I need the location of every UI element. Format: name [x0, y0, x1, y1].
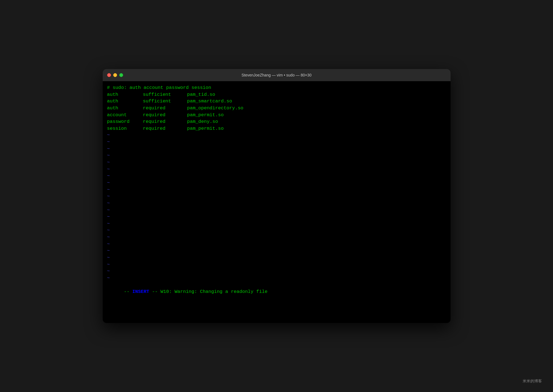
- tilde-line: ~: [107, 248, 446, 255]
- config-line: passwordrequiredpam_deny.so: [107, 118, 446, 125]
- config-line: authsufficientpam_tid.so: [107, 91, 446, 98]
- tilde-line: ~: [107, 241, 446, 248]
- close-button[interactable]: [107, 73, 111, 77]
- tilde-line: ~: [107, 132, 446, 139]
- tilde-line: ~: [107, 173, 446, 180]
- watermark: 米米的博客: [523, 379, 542, 384]
- tilde-line: ~: [107, 193, 446, 200]
- tilde-line: ~: [107, 255, 446, 261]
- tilde-line: ~: [107, 227, 446, 234]
- maximize-button[interactable]: [119, 73, 123, 77]
- config-line: sessionrequiredpam_permit.so: [107, 125, 446, 132]
- tilde-line: ~: [107, 200, 446, 207]
- tilde-line: ~: [107, 187, 446, 194]
- terminal-content[interactable]: # sudo: auth account password session au…: [103, 81, 451, 323]
- window-title: StevenJoeZhang — vim • sudo — 80×30: [242, 73, 312, 77]
- status-insert: INSERT: [132, 289, 149, 294]
- config-line: accountrequiredpam_permit.so: [107, 112, 446, 119]
- tilde-line: ~: [107, 268, 446, 275]
- tilde-line: ~: [107, 146, 446, 153]
- tilde-line: ~: [107, 166, 446, 173]
- config-line: authsufficientpam_smartcard.so: [107, 98, 446, 105]
- terminal-window: StevenJoeZhang — vim • sudo — 80×30 # su…: [103, 69, 451, 323]
- tilde-line: ~: [107, 214, 446, 221]
- tilde-line: ~: [107, 152, 446, 159]
- tilde-line: ~: [107, 221, 446, 227]
- tilde-line: ~: [107, 207, 446, 214]
- comment-line: # sudo: auth account password session: [107, 84, 446, 91]
- tilde-line: ~: [107, 180, 446, 187]
- status-suffix: -- W10: Warning: Changing a readonly fil…: [149, 289, 268, 294]
- tilde-lines: ~~~~~~~~~~~~~~~~~~~~~~: [107, 132, 446, 282]
- content-lines: authsufficientpam_tid.soauthsufficientpa…: [107, 91, 446, 132]
- tilde-line: ~: [107, 261, 446, 268]
- titlebar: StevenJoeZhang — vim • sudo — 80×30: [103, 69, 451, 81]
- status-prefix: --: [124, 289, 133, 294]
- traffic-lights: [107, 73, 123, 77]
- status-line: -- INSERT -- W10: Warning: Changing a re…: [107, 282, 446, 302]
- minimize-button[interactable]: [113, 73, 117, 77]
- tilde-line: ~: [107, 234, 446, 241]
- tilde-line: ~: [107, 159, 446, 166]
- tilde-line: ~: [107, 275, 446, 282]
- tilde-line: ~: [107, 139, 446, 146]
- config-line: authrequiredpam_opendirectory.so: [107, 105, 446, 112]
